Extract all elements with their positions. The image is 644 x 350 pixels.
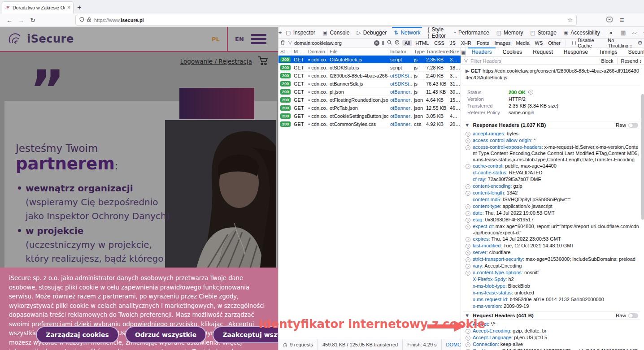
question-icon[interactable]: ?: [528, 90, 533, 95]
question-icon[interactable]: ?: [466, 257, 470, 262]
reload-button[interactable]: ↻: [27, 17, 39, 24]
request-url-line[interactable]: ▶GEThttps://cdn.cookielaw.org/consent/f2…: [463, 68, 640, 81]
header-x-content-type-options[interactable]: ? x-content-type-options: nosniff: [463, 269, 640, 276]
header-x-ms-blob-type[interactable]: ? x-ms-blob-type: BlockBlob: [463, 283, 640, 290]
devtools-tab-performance[interactable]: ◔Performance: [449, 27, 493, 38]
type-filter-images[interactable]: Images: [492, 40, 513, 46]
new-tab-button[interactable]: +: [74, 1, 85, 13]
devtools-tab-accessibility[interactable]: ◉Accessibility: [560, 27, 604, 38]
question-icon[interactable]: ?: [466, 191, 470, 196]
site-logo[interactable]: iSecure: [8, 31, 74, 47]
type-filter-fonts[interactable]: Fonts: [474, 40, 492, 46]
lock-icon[interactable]: [87, 16, 91, 24]
question-icon[interactable]: ?: [466, 184, 470, 189]
cookie-button-odrzu-wszystkie[interactable]: Odrzuć wszystkie: [125, 326, 206, 343]
header-expect-ct[interactable]: ? expect-ct: max-age=604800, report-uri=…: [463, 223, 640, 236]
header-cf-ray[interactable]: ? cf-ray: 72ac80f79f5a7b87-DME: [463, 176, 640, 183]
column-header[interactable]: Type: [412, 48, 424, 55]
question-icon[interactable]: ?: [466, 145, 470, 150]
cart-icon[interactable]: [257, 56, 268, 67]
forward-button[interactable]: →: [15, 17, 27, 24]
column-header[interactable]: Size: [448, 48, 461, 55]
raw-toggle[interactable]: [628, 313, 638, 318]
bookmark-star-icon[interactable]: ☆: [567, 17, 573, 23]
header-access-control-allow-origin[interactable]: ? access-control-allow-origin: *: [463, 137, 640, 144]
header-accept-ranges[interactable]: ? accept-ranges: bytes: [463, 130, 640, 137]
type-filter-css[interactable]: CSS: [432, 40, 447, 46]
hamburger-menu-icon[interactable]: [251, 34, 266, 46]
lang-pl-button[interactable]: PL: [212, 36, 220, 43]
pocket-icon[interactable]: [606, 16, 613, 24]
devtools-tab-debugger[interactable]: ▷Debugger: [353, 27, 390, 38]
pause-icon[interactable]: ‖: [382, 40, 384, 46]
response-headers-section-header[interactable]: ▼Response Headers (1.037 KB) Raw: [463, 121, 640, 129]
details-tab-response[interactable]: Response: [558, 48, 593, 56]
header-x-ms-request-id[interactable]: ? x-ms-request-id: b4952d0e-a01e-0014-21…: [463, 296, 640, 303]
question-icon[interactable]: ?: [466, 204, 470, 209]
devtools-tab-console[interactable]: ▣Console: [319, 27, 353, 38]
shield-icon[interactable]: [79, 16, 84, 24]
type-filter-js[interactable]: JS: [448, 40, 458, 46]
devtools-tab-inspector[interactable]: ▢Inspector: [282, 27, 319, 38]
request-headers-section-header[interactable]: ▼Request Headers (441 B) Raw: [463, 311, 640, 320]
lang-en-button[interactable]: EN: [235, 36, 244, 43]
login-register-link[interactable]: Logowanie / Rejestracja: [180, 58, 252, 65]
header-content-length[interactable]: ? content-length: 1342: [463, 190, 640, 196]
question-icon[interactable]: ?: [466, 342, 470, 347]
scrollbar-thumb[interactable]: [641, 94, 644, 220]
question-icon[interactable]: ?: [466, 211, 470, 216]
details-tab-headers[interactable]: Headers: [466, 48, 497, 56]
question-icon[interactable]: ?: [466, 336, 470, 341]
header-cache-control[interactable]: ? cache-control: public, max-age=14400: [463, 163, 640, 169]
header-x-firefox-spdy[interactable]: ? X-Firefox-Spdy: h2: [463, 276, 640, 283]
throttling-select[interactable]: No Throttling ↕: [608, 38, 634, 48]
question-icon[interactable]: ?: [466, 264, 470, 269]
column-header[interactable]: Domain: [306, 48, 328, 55]
network-request-row[interactable]: 200 GET 🔒︎cdn.co… otCommonStyles.css otB…: [278, 120, 461, 128]
back-button[interactable]: ←: [4, 17, 15, 24]
block-icon[interactable]: [395, 40, 400, 46]
pick-element-icon[interactable]: ⌖: [278, 27, 282, 38]
dock-icon[interactable]: ▱: [632, 29, 637, 36]
filter-headers-input[interactable]: Filter Headers: [470, 58, 501, 64]
question-icon[interactable]: ?: [466, 237, 470, 242]
raw-toggle[interactable]: [628, 123, 638, 128]
network-request-row[interactable]: 200 GET 🔒︎cdn.co… f2890bc8-88eb-4bac-a26…: [278, 72, 461, 80]
header-vary[interactable]: ? vary: Accept-Encoding: [463, 263, 640, 269]
network-settings-gear-icon[interactable]: ⚙: [637, 39, 643, 46]
column-header[interactable]: Initiator: [388, 48, 412, 55]
header-x-ms-version[interactable]: ? x-ms-version: 2009-09-19: [463, 303, 640, 310]
type-filter-other[interactable]: Other: [546, 40, 563, 46]
question-icon[interactable]: ?: [466, 164, 470, 169]
devtools-tab-style-editor[interactable]: { }Style Editor: [424, 27, 449, 38]
network-request-row[interactable]: 200 GET 🔒︎cdn.co… pl.json otBanner… js 1…: [278, 88, 461, 96]
header-accept-encoding[interactable]: ? Accept-Encoding: gzip, deflate, br: [463, 328, 640, 334]
header-server[interactable]: ? server: cloudflare: [463, 249, 640, 256]
type-filter-all[interactable]: All: [402, 40, 412, 46]
block-url-button[interactable]: Block: [601, 58, 614, 64]
browser-tab[interactable]: Doradztwo w Zakresie Ochrony Dany ×: [2, 1, 74, 13]
menu-icon[interactable]: ≡: [620, 16, 624, 24]
devtools-tab--[interactable]: »: [604, 27, 616, 38]
cookie-button-zarz-dzaj-cookies[interactable]: Zarządzaj cookies: [36, 326, 119, 343]
details-tab-timings[interactable]: Timings: [593, 48, 623, 56]
network-request-row[interactable]: 200 GET 🔒︎cdn.co… OtAutoBlock.js script …: [278, 56, 461, 64]
filter-urls-input[interactable]: domain:cookielaw.org ✕: [288, 40, 379, 46]
question-icon[interactable]: ?: [466, 132, 470, 137]
headers-scroll-area[interactable]: ▶GEThttps://cdn.cookielaw.org/consent/f2…: [461, 65, 644, 350]
clear-requests-icon[interactable]: [280, 40, 285, 46]
question-icon[interactable]: ?: [466, 251, 470, 255]
url-bar[interactable]: https://www.isecure.pl ☆: [75, 15, 577, 26]
header-connection[interactable]: ? Connection: keep-alive: [463, 341, 640, 348]
type-filter-xhr[interactable]: XHR: [459, 40, 474, 46]
type-filter-ws[interactable]: WS: [533, 40, 545, 46]
clear-filter-icon[interactable]: ✕: [374, 40, 379, 46]
details-tab-request[interactable]: Request: [527, 48, 558, 56]
header-date[interactable]: ? date: Thu, 14 Jul 2022 19:00:53 GMT: [463, 210, 640, 216]
details-tab-security[interactable]: Security: [622, 48, 644, 56]
header-cookie[interactable]: ? Cookie: _ga=GA1.2.704861004.1657825178…: [463, 348, 640, 350]
question-icon[interactable]: ?: [466, 218, 470, 223]
type-filter-media[interactable]: Media: [514, 40, 532, 46]
network-request-row[interactable]: 200 GET 🔒︎cdn.co… otBannerSdk.js otSDKSt…: [278, 80, 461, 88]
column-header[interactable]: File: [328, 48, 388, 55]
